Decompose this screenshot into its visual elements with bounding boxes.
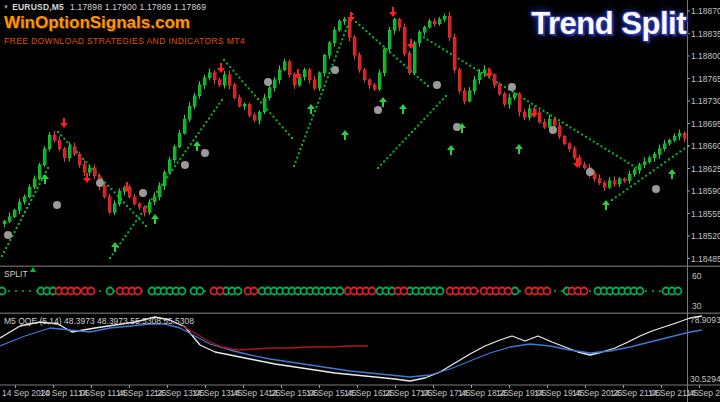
price-axis-label: 1.18835 — [691, 29, 720, 39]
chart-canvas[interactable] — [0, 0, 720, 402]
ohlc-values: 1.17898 1.17900 1.17869 1.17869 — [70, 2, 206, 12]
price-axis-label: 1.18660 — [691, 141, 720, 151]
price-axis-label: 1.18485 — [691, 254, 720, 264]
price-axis-label: 1.18625 — [691, 164, 720, 174]
qqe-panel-label: M5 QQE (5,14) 48.3973 48.3973 55.5308 55… — [4, 316, 194, 326]
mt4-chart-window: ▼EURUSD,M51.17898 1.17900 1.17869 1.1786… — [0, 0, 720, 402]
price-axis-label: 1.18730 — [691, 96, 720, 106]
price-axis-label: 1.18695 — [691, 119, 720, 129]
symbol-ohlc-line: ▼EURUSD,M51.17898 1.17900 1.17869 1.1786… — [3, 2, 206, 12]
symbol-label: EURUSD,M5 — [12, 2, 64, 12]
price-axis-label: 1.18870 — [691, 6, 720, 16]
split-scale-bottom: 30 — [692, 301, 701, 311]
watermark-subtitle: FREE DOWNLOAD STRATEGIES AND INDICATORS … — [4, 36, 245, 46]
symbol-dropdown-icon[interactable]: ▼ — [3, 4, 9, 10]
price-axis-label: 1.18590 — [691, 186, 720, 196]
split-panel-label: SPLIT — [4, 269, 28, 279]
price-axis-label: 1.18765 — [691, 74, 720, 84]
price-axis-label: 1.18800 — [691, 51, 720, 61]
time-axis-label: 14 Sep 22:25 — [686, 388, 720, 398]
price-axis-label: 1.18555 — [691, 209, 720, 219]
qqe-scale-bottom: 30.5294 — [690, 374, 720, 384]
split-scale-top: 60 — [692, 271, 701, 281]
indicator-title: Trend Split — [531, 6, 686, 42]
watermark-site-title: WinOptionSignals.com — [4, 13, 190, 33]
qqe-scale-top: 78.9093 — [690, 315, 720, 325]
price-axis-label: 1.18520 — [691, 231, 720, 241]
